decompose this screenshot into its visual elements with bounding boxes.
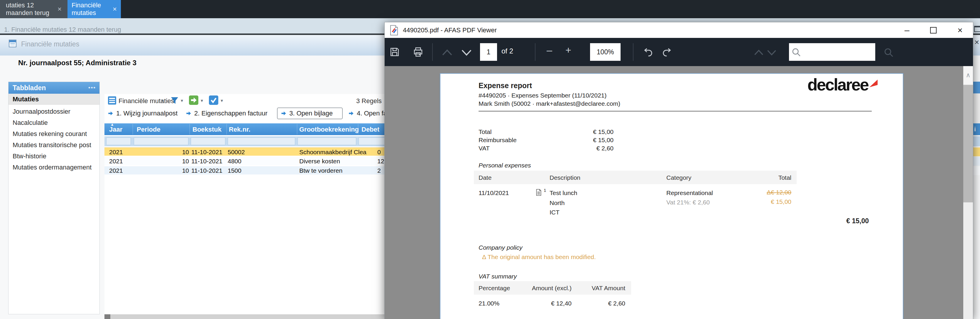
action-arrow-icon	[280, 110, 287, 116]
tab-financiele-mutaties[interactable]: Financiële mutaties ×	[67, 0, 121, 18]
edge-row	[973, 157, 980, 166]
search-input[interactable]	[789, 43, 875, 61]
cell-grootboekrekening: Schoonmaakbedrijf Clea	[299, 148, 366, 156]
rotate-right-icon[interactable]	[662, 47, 672, 57]
vertical-scrollbar[interactable]: ∧	[963, 66, 973, 319]
zoom-in-icon[interactable]: +	[565, 45, 571, 56]
sidebar-item-mutaties-transitorische-post[interactable]: Mutaties transitorische post	[8, 140, 99, 151]
filter-cell-reknr[interactable]	[228, 137, 295, 145]
checkmark-icon[interactable]	[209, 96, 218, 105]
pdf-title-bar[interactable]: 4490205.pdf - AFAS PDF Viewer – ×	[385, 22, 973, 38]
action-wijzig-journaalpost[interactable]: 1. Wijzig journaalpost	[107, 107, 178, 119]
action-label: 1. Wijzig journaalpost	[116, 110, 178, 117]
cell-periode: 10	[134, 167, 189, 174]
next-page-icon[interactable]	[460, 49, 473, 56]
filter-cell-periode[interactable]	[134, 137, 188, 145]
table-row[interactable]: 2021 10 11-10-2021 4800 Diverse kosten 1…	[105, 157, 401, 166]
col-header-debet[interactable]: Debet	[361, 126, 379, 133]
panel-window-icon	[9, 40, 16, 47]
filter-cell-boekstuk[interactable]	[191, 137, 225, 145]
grid-panel: Financiële mutaties ▾ ▾ ▾ ▾ 3 Regels 1. …	[105, 94, 401, 314]
view-selector[interactable]: Financiële mutaties	[119, 97, 174, 105]
rotate-left-icon[interactable]	[643, 47, 654, 57]
filter-cell-grootboekrekening[interactable]	[298, 137, 356, 145]
close-window-icon[interactable]: ×	[974, 38, 979, 47]
expenses-grand-total: € 15,00	[781, 217, 869, 225]
sidebar-item-btw-historie[interactable]: Btw-historie	[8, 151, 99, 162]
edge-row	[973, 166, 980, 175]
doc-title: Expense report	[479, 81, 532, 90]
panel-title: Financiële mutaties	[21, 40, 79, 48]
sidebar-item-mutaties[interactable]: Mutaties	[8, 94, 99, 105]
company-policy-title: Company policy	[479, 244, 522, 251]
save-icon[interactable]	[389, 47, 400, 57]
table-row[interactable]: 2021 10 11-10-2021 1500 Btw te vorderen …	[105, 166, 401, 175]
tab-close-icon[interactable]: ×	[57, 6, 62, 13]
filter-cell-jaar[interactable]	[106, 137, 131, 145]
previous-page-icon[interactable]	[441, 49, 453, 56]
col-header-boekstuk[interactable]: Boekstuk	[192, 126, 221, 133]
declaree-logo-mark-icon	[869, 80, 878, 87]
search-icon[interactable]	[883, 47, 894, 58]
horizontal-scrollbar[interactable]	[105, 314, 384, 319]
view-selector-icon[interactable]	[108, 96, 116, 105]
expense-date: 11/10/2021	[479, 190, 509, 196]
find-previous-icon[interactable]	[753, 49, 764, 56]
close-button[interactable]: ×	[951, 22, 969, 38]
divider	[479, 111, 872, 112]
zoom-out-icon[interactable]: –	[547, 45, 552, 56]
sidebar-item-journaalpostdossier[interactable]: Journaalpostdossier	[8, 106, 99, 117]
sidebar-item-nacalculatie[interactable]: Nacalculatie	[8, 117, 99, 128]
vat-summary-title: VAT summary	[479, 273, 517, 280]
filter-icon[interactable]	[170, 96, 179, 105]
vat-label: VAT	[479, 145, 490, 152]
edge-filter-row	[973, 136, 980, 146]
expense-description: Test lunch	[550, 190, 578, 196]
go-caret-icon[interactable]: ▾	[201, 98, 203, 104]
col-header-reknr[interactable]: Rek.nr.	[229, 126, 250, 133]
page-count-label: of 2	[501, 47, 513, 55]
zoom-level-input[interactable]: 100%	[590, 43, 620, 61]
action-open-bijlage[interactable]: 3. Open bijlage	[277, 107, 343, 119]
page-number-input[interactable]: 1	[480, 43, 497, 61]
minimize-button[interactable]: –	[898, 22, 916, 38]
sidebar-item-mutaties-ordermanagement[interactable]: Mutaties ordermanagement	[8, 162, 99, 173]
expense-vat-note: Vat 21%: € 2,60	[667, 199, 710, 206]
tab-close-icon[interactable]: ×	[113, 6, 117, 13]
check-caret-icon[interactable]: ▾	[221, 98, 223, 104]
pdf-window-title: 4490205.pdf - AFAS PDF Viewer	[403, 26, 497, 34]
scroll-up-icon[interactable]: ∧	[963, 66, 973, 84]
action-label: 2. Eigenschappen factuur	[194, 110, 267, 117]
sidebar-title: Tabbladen	[13, 84, 46, 92]
action-label: 3. Open bijlage	[289, 110, 333, 117]
sidebar-tabbladen: Tabbladen ••• Mutaties Journaalpostdossi…	[8, 82, 100, 314]
tab-mutaties-12-maanden[interactable]: utaties 12 maanden terug ×	[0, 0, 67, 18]
filter-caret-icon[interactable]: ▾	[181, 98, 183, 104]
restore-window-icon[interactable]	[974, 26, 980, 33]
group-window-title: 1. Financiële mutaties 12 maanden terug	[4, 26, 121, 33]
col-header-jaar[interactable]: Jaar	[109, 126, 123, 133]
view-caret-icon[interactable]: ▾	[161, 98, 164, 104]
pdf-content-area: Expense report #4490205 · Expenses Septe…	[385, 66, 973, 319]
expense-category: Representational	[667, 190, 713, 196]
scrollbar-thumb[interactable]	[105, 314, 110, 319]
expense-detail-north: North	[550, 199, 565, 206]
vat-value: € 2,60	[537, 145, 614, 152]
maximize-button[interactable]	[924, 22, 942, 38]
action-eigenschappen-factuur[interactable]: 2. Eigenschappen factuur	[185, 107, 267, 119]
sidebar-item-mutaties-rekening-courant[interactable]: Mutaties rekening courant	[8, 128, 99, 140]
col-header-grootboekrekening[interactable]: Grootboekrekening	[299, 126, 359, 133]
row-count: 3 Regels	[356, 97, 382, 105]
go-arrow-icon[interactable]	[189, 96, 198, 105]
sidebar-menu-icon[interactable]: •••	[88, 82, 96, 93]
pdf-viewer-window: 4490205.pdf - AFAS PDF Viewer – × 1 of 2…	[384, 22, 973, 319]
screen: utaties 12 maanden terug × Financiële mu…	[0, 0, 980, 319]
cell-periode: 10	[134, 148, 189, 156]
scrollbar-thumb[interactable]	[963, 85, 973, 203]
print-icon[interactable]	[413, 47, 423, 57]
policy-warning: Δ The original amount has been modified.	[482, 254, 596, 260]
action-arrow-icon	[348, 110, 355, 116]
find-next-icon[interactable]	[766, 49, 777, 56]
col-header-periode[interactable]: Periode	[137, 126, 161, 133]
table-row-selected[interactable]: 2021 10 11-10-2021 50002 Schoonmaakbedri…	[105, 147, 401, 156]
